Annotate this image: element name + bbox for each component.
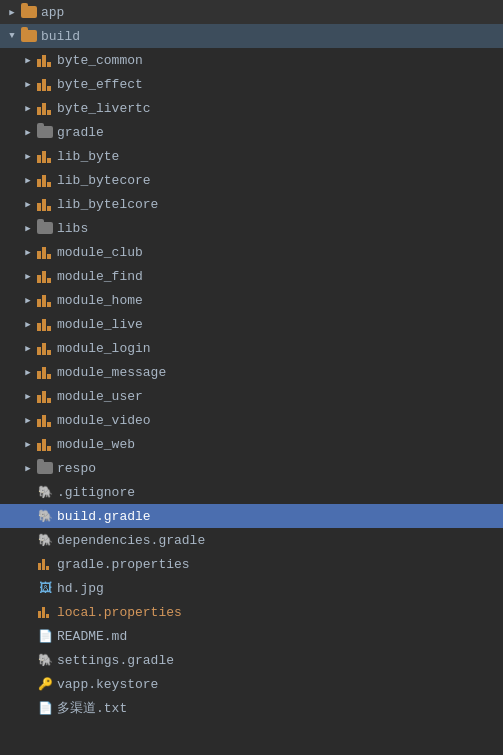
tree-item-respo[interactable]: respo [0, 456, 503, 480]
module-icon [36, 412, 54, 428]
tree-item-module_message[interactable]: module_message [0, 360, 503, 384]
text-file-icon: 📄 [36, 628, 54, 644]
tree-item-label: build [41, 29, 80, 44]
tree-item-label: local.properties [57, 605, 182, 620]
gradle-icon: 🐘 [36, 508, 54, 524]
tree-item-byte_livertc[interactable]: byte_livertc [0, 96, 503, 120]
tree-item-gradle[interactable]: gradle [0, 120, 503, 144]
module-icon [36, 100, 54, 116]
tree-item-label: libs [57, 221, 88, 236]
module-icon [36, 364, 54, 380]
tree-item-lib_byte[interactable]: lib_byte [0, 144, 503, 168]
module-icon [36, 316, 54, 332]
chevron-icon[interactable] [20, 268, 36, 284]
tree-item-label: settings.gradle [57, 653, 174, 668]
tree-item-module_video[interactable]: module_video [0, 408, 503, 432]
module-icon [36, 52, 54, 68]
tree-item-lib_bytecore[interactable]: lib_bytecore [0, 168, 503, 192]
module-icon [36, 148, 54, 164]
tree-item-label: hd.jpg [57, 581, 104, 596]
tree-item-gitignore[interactable]: 🐘.gitignore [0, 480, 503, 504]
chevron-icon[interactable] [20, 364, 36, 380]
tree-item-settings_gradle[interactable]: 🐘settings.gradle [0, 648, 503, 672]
tree-item-label: module_live [57, 317, 143, 332]
tree-item-label: vapp.keystore [57, 677, 158, 692]
folder-orange-icon [20, 28, 38, 44]
properties-icon [36, 556, 54, 572]
tree-item-module_club[interactable]: module_club [0, 240, 503, 264]
tree-item-label: lib_byte [57, 149, 119, 164]
tree-item-label: module_club [57, 245, 143, 260]
chevron-icon[interactable] [20, 388, 36, 404]
tree-item-label: gradle.properties [57, 557, 190, 572]
tree-item-label: dependencies.gradle [57, 533, 205, 548]
module-icon [36, 292, 54, 308]
tree-item-label: module_message [57, 365, 166, 380]
tree-item-label: module_login [57, 341, 151, 356]
chevron-icon[interactable] [20, 124, 36, 140]
chevron-icon[interactable] [20, 52, 36, 68]
module-icon [36, 340, 54, 356]
tree-item-module_find[interactable]: module_find [0, 264, 503, 288]
tree-item-build_gradle[interactable]: 🐘build.gradle [0, 504, 503, 528]
chevron-icon[interactable] [20, 292, 36, 308]
module-icon [36, 244, 54, 260]
chevron-icon[interactable] [20, 220, 36, 236]
module-icon [36, 388, 54, 404]
tree-item-byte_effect[interactable]: byte_effect [0, 72, 503, 96]
chevron-icon[interactable] [20, 172, 36, 188]
folder-gray-icon [36, 220, 54, 236]
tree-item-module_live[interactable]: module_live [0, 312, 503, 336]
module-icon [36, 436, 54, 452]
tree-item-duoqiudao_txt[interactable]: 📄多渠道.txt [0, 696, 503, 720]
tree-item-module_home[interactable]: module_home [0, 288, 503, 312]
file-tree[interactable]: appbuildbyte_commonbyte_effectbyte_liver… [0, 0, 503, 755]
image-icon: 🖼 [36, 580, 54, 596]
chevron-icon[interactable] [20, 316, 36, 332]
tree-item-readme_md[interactable]: 📄README.md [0, 624, 503, 648]
tree-item-module_web[interactable]: module_web [0, 432, 503, 456]
chevron-icon[interactable] [20, 244, 36, 260]
chevron-icon[interactable] [4, 4, 20, 20]
tree-item-label: .gitignore [57, 485, 135, 500]
chevron-icon[interactable] [4, 28, 20, 44]
tree-item-local_properties[interactable]: local.properties [0, 600, 503, 624]
tree-item-hd_jpg[interactable]: 🖼hd.jpg [0, 576, 503, 600]
tree-item-module_user[interactable]: module_user [0, 384, 503, 408]
tree-item-libs[interactable]: libs [0, 216, 503, 240]
tree-item-label: module_user [57, 389, 143, 404]
module-icon [36, 172, 54, 188]
tree-item-label: byte_common [57, 53, 143, 68]
tree-item-module_login[interactable]: module_login [0, 336, 503, 360]
chevron-icon[interactable] [20, 460, 36, 476]
chevron-icon[interactable] [20, 412, 36, 428]
tree-item-label: respo [57, 461, 96, 476]
tree-item-label: module_video [57, 413, 151, 428]
folder-gray-icon [36, 460, 54, 476]
tree-item-label: module_home [57, 293, 143, 308]
tree-item-label: 多渠道.txt [57, 699, 127, 717]
tree-item-byte_common[interactable]: byte_common [0, 48, 503, 72]
properties-icon [36, 604, 54, 620]
gitignore-icon: 🐘 [36, 484, 54, 500]
chevron-icon[interactable] [20, 196, 36, 212]
tree-item-label: build.gradle [57, 509, 151, 524]
chevron-icon[interactable] [20, 76, 36, 92]
tree-item-vapp_keystore[interactable]: 🔑vapp.keystore [0, 672, 503, 696]
module-icon [36, 196, 54, 212]
folder-gray-icon [36, 124, 54, 140]
tree-item-dependencies_gradle[interactable]: 🐘dependencies.gradle [0, 528, 503, 552]
tree-item-label: lib_bytecore [57, 173, 151, 188]
gradle-icon: 🐘 [36, 652, 54, 668]
chevron-icon[interactable] [20, 436, 36, 452]
tree-item-app[interactable]: app [0, 0, 503, 24]
tree-item-label: gradle [57, 125, 104, 140]
folder-orange-icon [20, 4, 38, 20]
tree-item-lib_bytelcore[interactable]: lib_bytelcore [0, 192, 503, 216]
chevron-icon[interactable] [20, 340, 36, 356]
tree-item-gradle_properties[interactable]: gradle.properties [0, 552, 503, 576]
chevron-icon[interactable] [20, 100, 36, 116]
chevron-icon[interactable] [20, 148, 36, 164]
text-file-icon: 📄 [36, 700, 54, 716]
tree-item-build[interactable]: build [0, 24, 503, 48]
